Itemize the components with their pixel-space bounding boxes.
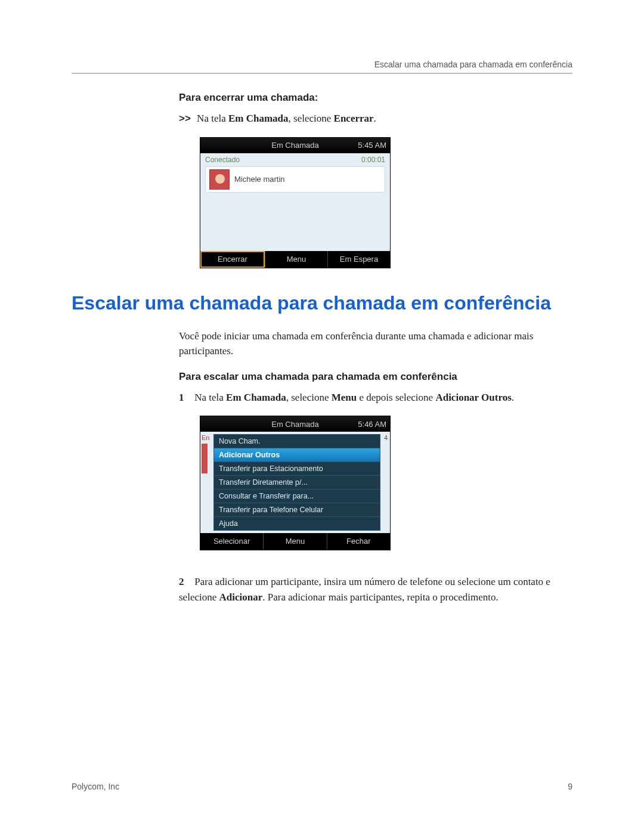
menu-item[interactable]: Transferir Diretamente p/... xyxy=(214,476,380,490)
text: . xyxy=(374,113,376,124)
softkey-select[interactable]: Selecionar xyxy=(200,533,263,550)
text-bold: Adicionar xyxy=(219,592,263,603)
subsection-heading-end-call: Para encerrar uma chamada: xyxy=(179,92,566,104)
step-number: 2 xyxy=(179,574,192,590)
page-number: 9 xyxy=(568,782,572,791)
text-bold: Em Chamada xyxy=(226,392,286,403)
menu-item[interactable]: Nova Cham. xyxy=(214,435,380,448)
text: e depois selecione xyxy=(357,392,435,403)
step-number: 1 xyxy=(179,390,192,405)
phone-topbar: Em Chamada 5:45 AM xyxy=(200,138,390,153)
contact-name: Michele martin xyxy=(234,175,285,184)
header-rule xyxy=(72,73,572,74)
text: , selecione xyxy=(289,113,334,124)
popup-menu: Nova Cham.Adicionar OutrosTransferir par… xyxy=(213,434,380,531)
text: Na tela xyxy=(197,113,228,124)
text: . Para adicionar mais participantes, rep… xyxy=(262,592,499,603)
softkey-bar: Selecionar Menu Fechar xyxy=(200,533,390,550)
softkey-hold[interactable]: Em Espera xyxy=(327,251,390,268)
phone-topbar: Em Chamada 5:46 AM xyxy=(200,416,390,432)
softkey-menu[interactable]: Menu xyxy=(265,251,327,268)
phone-clock: 5:45 AM xyxy=(348,141,390,150)
call-status: Conectado xyxy=(205,156,240,164)
softkey-bar: Encerrar Menu Em Espera xyxy=(200,251,390,268)
section-heading-escalate: Escalar uma chamada para chamada em conf… xyxy=(72,292,572,314)
phone-screenshot-in-call: Em Chamada 5:45 AM Conectado 0:00:01 Mic… xyxy=(200,137,391,268)
background-peek-left: En xyxy=(202,434,209,441)
softkey-menu[interactable]: Menu xyxy=(263,533,326,550)
phone-clock: 5:46 AM xyxy=(348,420,390,429)
step-1: 1 Na tela Em Chamada, selecione Menu e d… xyxy=(179,390,566,405)
running-head: Escalar uma chamada para chamada em conf… xyxy=(72,60,572,69)
end-call-step: >> Na tela Em Chamada, selecione Encerra… xyxy=(179,111,566,126)
call-duration: 0:00:01 xyxy=(361,156,385,164)
intro-paragraph: Você pode iniciar uma chamada em conferê… xyxy=(179,329,566,359)
background-peek-right: 4 xyxy=(384,434,388,441)
menu-item[interactable]: Adicionar Outros xyxy=(214,448,380,462)
menu-item[interactable]: Transferir para Telefone Celular xyxy=(214,503,380,517)
text-bold: Encerrar xyxy=(334,113,374,124)
step-2: 2 Para adicionar um participante, insira… xyxy=(179,574,566,605)
text-bold: Em Chamada xyxy=(228,113,289,124)
text: Na tela xyxy=(194,392,226,403)
subsection-heading-escalate: Para escalar uma chamada para chamada em… xyxy=(179,371,566,383)
avatar-strip xyxy=(202,444,208,473)
text: , selecione xyxy=(286,392,332,403)
avatar xyxy=(209,169,230,190)
text-bold: Adicionar Outros xyxy=(435,392,511,403)
softkey-close[interactable]: Fechar xyxy=(327,533,390,550)
menu-item[interactable]: Consultar e Transferir para... xyxy=(214,490,380,503)
menu-item[interactable]: Ajuda xyxy=(214,517,380,530)
phone-title: Em Chamada xyxy=(242,141,348,150)
text: . xyxy=(512,392,514,403)
phone-title: Em Chamada xyxy=(242,420,348,429)
text-bold: Menu xyxy=(332,392,357,403)
menu-item[interactable]: Transferir para Estacionamento xyxy=(214,462,380,476)
contact-row: Michele martin xyxy=(205,166,385,193)
footer-company: Polycom, Inc xyxy=(72,782,119,791)
step-marker: >> xyxy=(179,113,191,124)
softkey-end[interactable]: Encerrar xyxy=(200,251,265,268)
phone-screenshot-menu: Em Chamada 5:46 AM En 4 Nova Cham.Adicio… xyxy=(200,416,391,550)
